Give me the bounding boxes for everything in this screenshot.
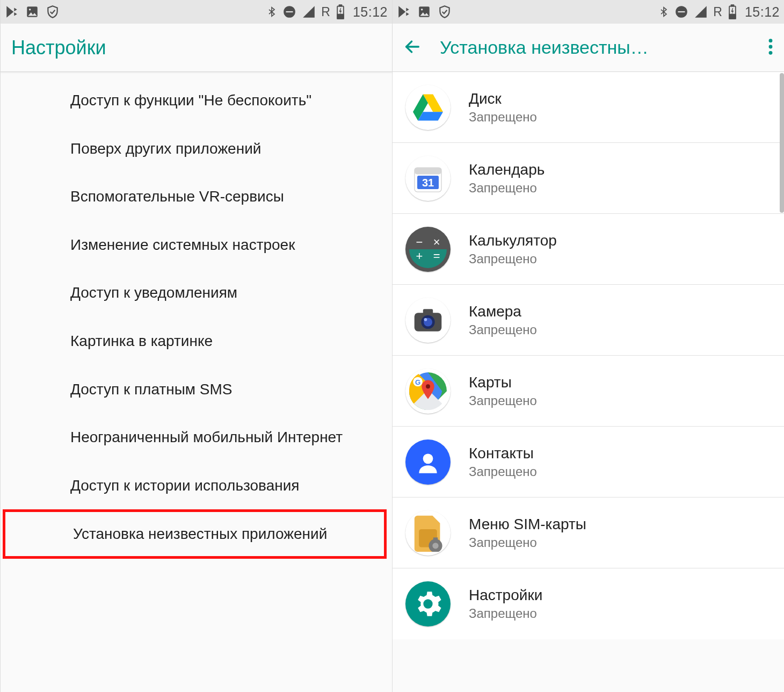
- battery-icon: [728, 4, 737, 19]
- app-text: Календарь Запрещено: [469, 161, 545, 196]
- svg-point-14: [769, 39, 773, 42]
- app-text: Камера Запрещено: [469, 303, 537, 337]
- svg-point-34: [423, 453, 433, 464]
- app-title: Карты: [469, 374, 537, 391]
- signal-icon: [694, 5, 708, 19]
- app-text: Настройки Запрещено: [469, 587, 542, 621]
- maps-icon: G: [405, 369, 451, 414]
- shield-check-icon: [438, 4, 452, 19]
- app-text: Диск Запрещено: [469, 90, 537, 125]
- app-bar-settings: Настройки: [1, 24, 392, 72]
- back-button[interactable]: [403, 38, 422, 58]
- page-title: Настройки: [11, 37, 106, 59]
- app-row-contacts[interactable]: Контакты Запрещено: [393, 427, 784, 498]
- app-status: Запрещено: [469, 110, 537, 125]
- app-bar-install-unknown: Установка неизвестны…: [393, 24, 784, 72]
- status-right: R 15:12: [658, 4, 780, 20]
- app-status: Запрещено: [469, 606, 542, 621]
- svg-rect-26: [423, 309, 433, 314]
- app-list: Диск Запрещено 31 Календарь Запрещено: [393, 72, 784, 639]
- status-right: R 15:12: [266, 4, 388, 20]
- settings-item-pip[interactable]: Картинка в картинке: [1, 317, 392, 365]
- app-row-settings[interactable]: Настройки Запрещено: [393, 568, 784, 639]
- svg-point-16: [769, 51, 773, 54]
- app-status: Запрещено: [469, 393, 537, 408]
- settings-item-label: Поверх других приложений: [70, 140, 261, 157]
- status-left: [5, 4, 60, 19]
- app-title: Диск: [469, 90, 537, 107]
- settings-item-vr-services[interactable]: Вспомогательные VR-сервисы: [1, 172, 392, 221]
- settings-item-dnd-access[interactable]: Доступ к функции "Не беспокоить": [1, 76, 392, 125]
- svg-text:−: −: [416, 235, 423, 249]
- calculator-icon: − × + =: [405, 227, 451, 272]
- svg-rect-10: [678, 11, 685, 12]
- status-bar: R 15:12: [393, 0, 784, 24]
- app-status: Запрещено: [469, 535, 586, 550]
- camera-icon: [405, 298, 451, 343]
- settings-item-label: Доступ к платным SMS: [70, 381, 233, 398]
- roaming-label: R: [713, 5, 722, 19]
- app-row-drive[interactable]: Диск Запрещено: [393, 72, 784, 143]
- app-text: Меню SIM-карты Запрещено: [469, 516, 586, 550]
- app-status: Запрещено: [469, 181, 545, 196]
- svg-text:=: =: [433, 249, 440, 263]
- settings-item-label: Доступ к уведомлениям: [70, 284, 237, 301]
- svg-rect-13: [729, 15, 736, 19]
- roaming-label: R: [321, 5, 330, 19]
- app-status: Запрещено: [469, 251, 557, 266]
- svg-rect-5: [339, 5, 342, 6]
- play-store-icon: [5, 4, 19, 19]
- app-title: Контакты: [469, 445, 537, 462]
- settings-item-overlay[interactable]: Поверх других приложений: [1, 125, 392, 173]
- app-text: Карты Запрещено: [469, 374, 537, 408]
- app-title: Настройки: [469, 587, 542, 604]
- settings-item-modify-system[interactable]: Изменение системных настроек: [1, 221, 392, 269]
- battery-icon: [336, 4, 345, 19]
- app-row-camera[interactable]: Камера Запрещено: [393, 285, 784, 356]
- app-row-calculator[interactable]: − × + = Калькулятор Запрещено: [393, 214, 784, 285]
- overflow-menu-button[interactable]: [768, 38, 773, 58]
- image-icon: [417, 5, 431, 19]
- app-status: Запрещено: [469, 322, 537, 337]
- svg-text:G: G: [415, 378, 420, 386]
- phone-left: R 15:12 Настройки Доступ к функции "Не б…: [0, 0, 392, 692]
- svg-text:×: ×: [433, 235, 440, 249]
- drive-icon: [405, 85, 451, 130]
- scrollbar[interactable]: [780, 73, 784, 213]
- app-title: Меню SIM-карты: [469, 516, 586, 533]
- settings-item-label: Изменение системных настроек: [70, 236, 295, 253]
- sim-icon: [405, 510, 451, 556]
- settings-item-label: Вспомогательные VR-сервисы: [70, 188, 284, 205]
- svg-point-29: [424, 318, 427, 321]
- phone-right: R 15:12 Установка неизвестны… Диск Запре…: [392, 0, 784, 692]
- app-row-sim-menu[interactable]: Меню SIM-карты Запрещено: [393, 498, 784, 568]
- settings-item-label: Неограниченный мобильный Интернет: [70, 429, 343, 445]
- app-row-calendar[interactable]: 31 Календарь Запрещено: [393, 143, 784, 214]
- settings-item-unrestricted-data[interactable]: Неограниченный мобильный Интернет: [1, 413, 392, 462]
- play-store-icon: [397, 4, 411, 19]
- svg-point-37: [432, 543, 438, 549]
- calendar-icon: 31: [405, 156, 451, 201]
- signal-icon: [302, 5, 316, 19]
- settings-item-label: Доступ к истории использования: [70, 477, 300, 494]
- image-icon: [25, 5, 39, 19]
- page-title: Установка неизвестны…: [440, 37, 649, 58]
- app-row-maps[interactable]: G Карты Запрещено: [393, 356, 784, 427]
- settings-item-label: Установка неизвестных приложений: [73, 525, 327, 542]
- app-status: Запрещено: [469, 464, 537, 479]
- bluetooth-icon: [658, 4, 669, 19]
- settings-item-label: Доступ к функции "Не беспокоить": [70, 92, 311, 109]
- contacts-icon: [405, 439, 451, 485]
- svg-rect-12: [731, 5, 734, 6]
- svg-text:31: 31: [422, 177, 434, 189]
- settings-item-usage-access[interactable]: Доступ к истории использования: [1, 462, 392, 510]
- app-title: Календарь: [469, 161, 545, 178]
- bluetooth-icon: [266, 4, 277, 19]
- status-left: [397, 4, 452, 19]
- status-bar: R 15:12: [1, 0, 392, 24]
- clock-label: 15:12: [745, 4, 780, 20]
- settings-item-premium-sms[interactable]: Доступ к платным SMS: [1, 365, 392, 414]
- svg-point-15: [769, 45, 773, 48]
- settings-item-notif-access[interactable]: Доступ к уведомлениям: [1, 269, 392, 317]
- settings-item-install-unknown[interactable]: Установка неизвестных приложений: [5, 512, 384, 556]
